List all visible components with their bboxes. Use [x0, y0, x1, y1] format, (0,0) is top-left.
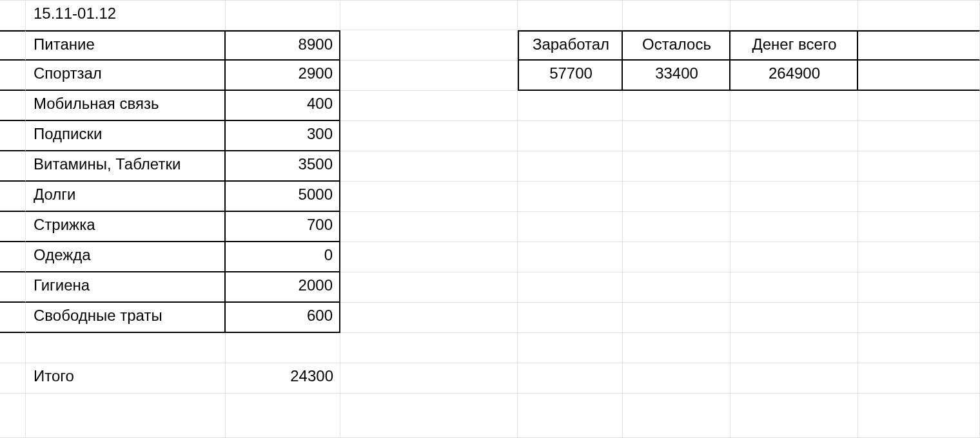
cell[interactable]	[0, 0, 26, 30]
cell[interactable]	[340, 121, 518, 151]
cell[interactable]	[518, 303, 623, 333]
summary-header-total[interactable]: Денег всего	[730, 30, 858, 61]
cell[interactable]	[340, 212, 518, 242]
cell[interactable]	[340, 182, 518, 212]
cell[interactable]	[518, 272, 623, 303]
cell[interactable]	[858, 91, 980, 121]
cell[interactable]	[0, 394, 26, 438]
cell[interactable]	[0, 30, 26, 61]
expense-label[interactable]: Гигиена	[26, 272, 226, 303]
cell[interactable]	[623, 151, 730, 182]
cell[interactable]	[0, 151, 26, 182]
summary-header-remaining[interactable]: Осталось	[623, 30, 730, 61]
cell[interactable]	[730, 182, 858, 212]
expense-label[interactable]: Мобильная связь	[26, 91, 226, 121]
cell[interactable]	[730, 333, 858, 363]
cell[interactable]	[518, 151, 623, 182]
cell[interactable]	[0, 363, 26, 394]
expense-amount[interactable]: 2000	[226, 272, 340, 303]
cell[interactable]	[518, 242, 623, 272]
cell[interactable]	[858, 363, 980, 394]
expense-label[interactable]: Витамины, Таблетки	[26, 151, 226, 182]
expense-label[interactable]: Долги	[26, 182, 226, 212]
expense-amount[interactable]: 400	[226, 91, 340, 121]
cell[interactable]	[858, 333, 980, 363]
cell[interactable]	[340, 363, 518, 394]
cell[interactable]	[730, 91, 858, 121]
cell[interactable]	[623, 363, 730, 394]
cell[interactable]	[340, 151, 518, 182]
cell[interactable]	[518, 394, 623, 438]
cell[interactable]	[858, 61, 980, 91]
cell[interactable]	[226, 394, 340, 438]
cell[interactable]	[858, 212, 980, 242]
cell[interactable]	[623, 121, 730, 151]
summary-header-earned[interactable]: Заработал	[518, 30, 623, 61]
cell[interactable]	[226, 0, 340, 30]
expense-amount[interactable]: 600	[226, 303, 340, 333]
cell[interactable]	[858, 303, 980, 333]
cell[interactable]	[858, 242, 980, 272]
expense-label[interactable]: Стрижка	[26, 212, 226, 242]
expense-amount[interactable]: 700	[226, 212, 340, 242]
expense-amount[interactable]: 3500	[226, 151, 340, 182]
cell[interactable]	[226, 333, 340, 363]
cell[interactable]	[340, 0, 518, 30]
cell[interactable]	[858, 182, 980, 212]
cell[interactable]	[26, 333, 226, 363]
spreadsheet-grid[interactable]: 15.11-01.12 Питание 8900 Заработал Остал…	[0, 0, 980, 438]
expense-amount[interactable]: 0	[226, 242, 340, 272]
cell[interactable]	[0, 242, 26, 272]
cell[interactable]	[340, 242, 518, 272]
expense-amount[interactable]: 8900	[226, 30, 340, 61]
cell[interactable]	[623, 394, 730, 438]
period-label[interactable]: 15.11-01.12	[26, 0, 226, 30]
cell[interactable]	[518, 121, 623, 151]
cell[interactable]	[518, 0, 623, 30]
cell[interactable]	[730, 394, 858, 438]
cell[interactable]	[858, 272, 980, 303]
expense-label[interactable]: Одежда	[26, 242, 226, 272]
cell[interactable]	[518, 333, 623, 363]
cell[interactable]	[0, 333, 26, 363]
cell[interactable]	[0, 182, 26, 212]
cell[interactable]	[518, 91, 623, 121]
cell[interactable]	[730, 363, 858, 394]
cell[interactable]	[730, 272, 858, 303]
expense-label[interactable]: Спортзал	[26, 61, 226, 91]
cell[interactable]	[730, 303, 858, 333]
cell[interactable]	[623, 212, 730, 242]
cell[interactable]	[730, 0, 858, 30]
cell[interactable]	[858, 30, 980, 61]
summary-total[interactable]: 264900	[730, 61, 858, 91]
cell[interactable]	[858, 0, 980, 30]
expense-label[interactable]: Подписки	[26, 121, 226, 151]
cell[interactable]	[623, 242, 730, 272]
cell[interactable]	[26, 394, 226, 438]
expense-label[interactable]: Свободные траты	[26, 303, 226, 333]
cell[interactable]	[858, 151, 980, 182]
total-amount[interactable]: 24300	[226, 363, 340, 394]
cell[interactable]	[730, 151, 858, 182]
cell[interactable]	[623, 0, 730, 30]
cell[interactable]	[340, 30, 518, 61]
cell[interactable]	[518, 182, 623, 212]
cell[interactable]	[623, 91, 730, 121]
cell[interactable]	[623, 272, 730, 303]
cell[interactable]	[0, 303, 26, 333]
cell[interactable]	[0, 212, 26, 242]
summary-earned[interactable]: 57700	[518, 61, 623, 91]
cell[interactable]	[0, 121, 26, 151]
cell[interactable]	[730, 242, 858, 272]
cell[interactable]	[340, 333, 518, 363]
cell[interactable]	[340, 91, 518, 121]
expense-amount[interactable]: 300	[226, 121, 340, 151]
total-label[interactable]: Итого	[26, 363, 226, 394]
expense-label[interactable]: Питание	[26, 30, 226, 61]
cell[interactable]	[518, 363, 623, 394]
expense-amount[interactable]: 5000	[226, 182, 340, 212]
cell[interactable]	[0, 61, 26, 91]
cell[interactable]	[730, 121, 858, 151]
cell[interactable]	[623, 303, 730, 333]
cell[interactable]	[858, 121, 980, 151]
